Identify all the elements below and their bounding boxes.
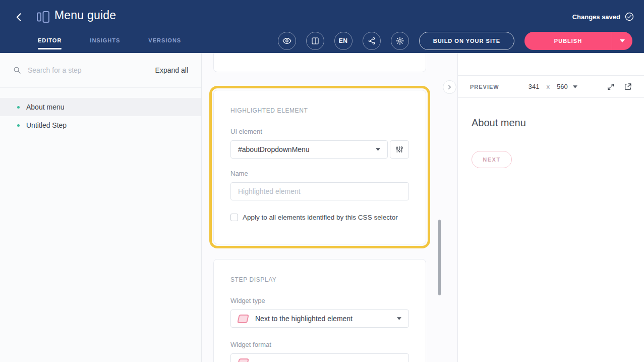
publish-button[interactable]: PUBLISH [524, 32, 612, 50]
share-icon [368, 37, 376, 45]
open-in-new-icon [624, 83, 632, 91]
tab-insights[interactable]: INSIGHTS [90, 37, 120, 43]
steps-sidebar: Expand all About menu Untitled Step [0, 53, 202, 362]
widget-type-value: Next to the highlighted element [255, 315, 390, 323]
step-item-label: About menu [26, 103, 65, 111]
preview-step-title: About menu [472, 117, 630, 129]
scrollbar-thumb[interactable] [438, 220, 441, 295]
viewport-height: 560 [557, 83, 568, 90]
preview-next-button[interactable]: NEXT [472, 151, 512, 168]
language-button[interactable]: EN [334, 32, 353, 50]
element-name-input[interactable] [230, 182, 409, 200]
section-title: STEP DISPLAY [230, 276, 409, 283]
top-header: Menu guide Changes saved EDITOR INSIGHTS… [0, 0, 644, 53]
guide-type-icon [36, 11, 50, 25]
collapse-panel-button[interactable] [443, 80, 456, 94]
fullscreen-button[interactable] [607, 83, 615, 91]
settings-button[interactable] [391, 32, 409, 50]
share-button[interactable] [363, 32, 381, 50]
tab-editor[interactable]: EDITOR [38, 37, 62, 43]
app-screen: Menu guide Changes saved EDITOR INSIGHTS… [0, 0, 644, 362]
back-button[interactable] [12, 10, 26, 24]
apply-all-checkbox[interactable] [230, 214, 238, 221]
ui-element-row: #aboutDropdownMenu [230, 140, 409, 159]
preview-panel-title: PREVIEW [470, 84, 499, 90]
widget-type-label: Widget type [230, 297, 409, 304]
highlighted-element-card: HIGHLIGHTED ELEMENT UI element #aboutDro… [213, 90, 426, 244]
search-input[interactable] [28, 66, 155, 74]
gear-icon [395, 36, 404, 45]
chevron-down-icon [376, 148, 380, 151]
preview-eye-button[interactable] [278, 32, 296, 50]
steps-list: About menu Untitled Step [0, 88, 201, 134]
eye-icon [282, 36, 291, 45]
ui-element-value: #aboutDropdownMenu [238, 145, 376, 153]
section-title: HIGHLIGHTED ELEMENT [230, 107, 409, 114]
preview-header: PREVIEW 341 x 560 [458, 75, 644, 98]
publish-button-group: PUBLISH [524, 32, 632, 50]
chevron-right-icon [447, 84, 452, 90]
chevron-left-icon [14, 12, 24, 22]
changes-saved-label: Changes saved [572, 13, 620, 21]
chevron-down-icon [397, 317, 401, 320]
preview-content: About menu NEXT [458, 98, 644, 187]
header-tabs: EDITOR INSIGHTS VERSIONS [38, 37, 181, 43]
step-item-about-menu[interactable]: About menu [0, 98, 201, 116]
step-bullet-icon [17, 124, 20, 127]
editor-main: HIGHLIGHTED ELEMENT UI element #aboutDro… [202, 53, 457, 362]
selector-settings-button[interactable] [390, 140, 409, 159]
name-label: Name [230, 170, 409, 177]
widget-type-select[interactable]: Next to the highlighted element [230, 309, 409, 328]
apply-all-checkbox-row: Apply to all elements identified by this… [230, 214, 409, 221]
chevron-down-icon [573, 85, 577, 88]
ui-element-label: UI element [230, 128, 409, 135]
step-item-untitled-step[interactable]: Untitled Step [0, 116, 201, 134]
viewport-width: 341 [529, 83, 540, 90]
preview-panel: PREVIEW 341 x 560 [457, 53, 644, 362]
chevron-down-icon [620, 39, 625, 42]
open-in-new-button[interactable] [624, 83, 632, 91]
apply-all-label: Apply to all elements identified by this… [243, 214, 398, 221]
header-actions: EN BUILD ON YOUR SITE PUBLISH [278, 32, 632, 50]
search-icon [13, 66, 21, 74]
widget-tooltip-icon [237, 315, 249, 323]
preview-tools [607, 83, 632, 91]
layout-panel-icon [311, 37, 319, 45]
step-display-card: STEP DISPLAY Widget type Next to the hig… [213, 259, 426, 362]
widget-format-icon [237, 358, 249, 362]
step-bullet-icon [17, 106, 20, 109]
build-on-your-site-button[interactable]: BUILD ON YOUR SITE [419, 32, 514, 50]
sidebar-search-row: Expand all [0, 53, 201, 88]
ui-element-select[interactable]: #aboutDropdownMenu [230, 140, 388, 159]
viewport-size-separator: x [546, 83, 550, 90]
expand-icon [607, 83, 615, 91]
tab-versions[interactable]: VERSIONS [148, 37, 181, 43]
changes-saved-status: Changes saved [572, 12, 634, 21]
expand-all-link[interactable]: Expand all [155, 66, 188, 74]
sliders-icon [395, 145, 403, 153]
publish-dropdown-button[interactable] [612, 32, 632, 50]
language-label: EN [339, 37, 348, 44]
layout-button[interactable] [306, 32, 324, 50]
viewport-size-dropdown[interactable]: 341 x 560 [529, 83, 577, 90]
widget-format-select[interactable] [230, 353, 409, 362]
previous-settings-card [213, 53, 426, 72]
widget-format-label: Widget format [230, 341, 409, 348]
step-item-label: Untitled Step [26, 121, 67, 129]
page-title: Menu guide [54, 9, 116, 22]
check-circle-icon [625, 12, 634, 21]
